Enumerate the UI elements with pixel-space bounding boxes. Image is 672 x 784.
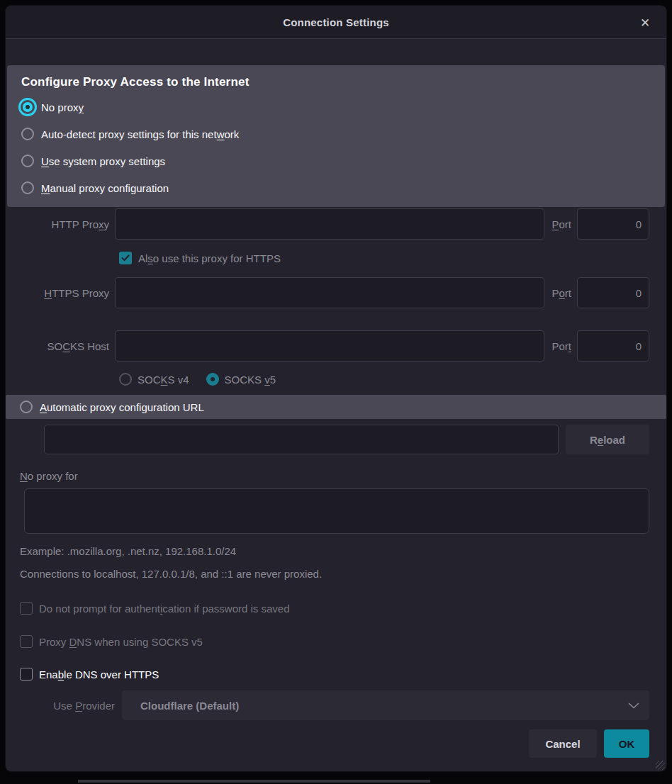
http-proxy-label: HTTP Proxy xyxy=(6,218,109,230)
radio-label-system-proxy: Use system proxy settings xyxy=(41,155,165,167)
radio-row-auto-detect[interactable]: Auto-detect proxy settings for this netw… xyxy=(7,121,665,147)
radio-row-no-proxy[interactable]: No proxy xyxy=(7,94,665,121)
provider-row: Use Provider Cloudflare (Default) xyxy=(11,690,649,720)
https-proxy-row: HTTPS Proxy Port xyxy=(6,277,649,308)
localhost-note-text: Connections to localhost, 127.0.0.1/8, a… xyxy=(20,568,666,580)
provider-dropdown[interactable]: Cloudflare (Default) xyxy=(122,690,649,720)
auto-url-label: Automatic proxy configuration URL xyxy=(40,401,204,413)
enable-doh-checkbox[interactable] xyxy=(20,668,33,681)
https-port-input[interactable] xyxy=(577,277,649,308)
enable-doh-label: Enable DNS over HTTPS xyxy=(39,668,159,681)
radio-system-proxy[interactable] xyxy=(21,155,34,167)
no-prompt-auth-row[interactable]: Do not prompt for authentication if pass… xyxy=(20,601,666,615)
https-proxy-input[interactable] xyxy=(115,277,544,308)
also-https-label: Also use this proxy for HTTPS xyxy=(138,252,281,264)
proxy-dns-label: Proxy DNS when using SOCKS v5 xyxy=(39,636,203,648)
radio-auto-url[interactable] xyxy=(20,401,33,413)
no-proxy-for-textarea[interactable] xyxy=(24,488,649,534)
dialog-title: Connection Settings xyxy=(283,16,389,28)
socks-host-label: SOCKS Host xyxy=(6,340,109,352)
radio-row-system-proxy[interactable]: Use system proxy settings xyxy=(7,147,665,174)
checkmark-icon xyxy=(121,254,130,262)
no-proxy-for-label: No proxy for xyxy=(20,470,666,482)
also-https-row[interactable]: Also use this proxy for HTTPS xyxy=(119,251,666,265)
also-https-checkbox[interactable] xyxy=(119,252,132,264)
socks-v4-label: SOCKS v4 xyxy=(138,374,189,386)
auto-url-row[interactable]: Automatic proxy configuration URL xyxy=(6,395,666,419)
ok-button[interactable]: OK xyxy=(604,729,649,758)
proxy-mode-panel: Configure Proxy Access to the Internet N… xyxy=(7,65,665,207)
http-port-label: Port xyxy=(551,218,571,230)
radio-auto-detect[interactable] xyxy=(21,128,34,140)
socks-v5-label: SOCKS v5 xyxy=(225,374,276,386)
radio-no-proxy[interactable] xyxy=(18,98,37,116)
socks-version-row: SOCKS v4 SOCKS v5 xyxy=(119,372,666,386)
radio-manual-proxy[interactable] xyxy=(21,181,34,194)
no-proxy-example-text: Example: .mozilla.org, .net.nz, 192.168.… xyxy=(20,545,666,557)
no-prompt-auth-label: Do not prompt for authentication if pass… xyxy=(39,603,290,615)
http-proxy-row: HTTP Proxy Port xyxy=(6,208,649,240)
dialog-footer: Cancel OK xyxy=(6,729,649,758)
socks-host-input[interactable] xyxy=(115,330,544,362)
http-port-input[interactable] xyxy=(577,208,649,240)
proxy-dns-row[interactable]: Proxy DNS when using SOCKS v5 xyxy=(20,634,666,649)
proxy-dns-checkbox[interactable] xyxy=(20,635,33,648)
radio-label-auto-detect: Auto-detect proxy settings for this netw… xyxy=(41,128,239,140)
enable-doh-row[interactable]: Enable DNS over HTTPS xyxy=(20,667,666,681)
section-heading: Configure Proxy Access to the Internet xyxy=(21,75,665,89)
resize-handle[interactable] xyxy=(656,761,665,770)
cancel-button[interactable]: Cancel xyxy=(529,729,597,758)
provider-label: Use Provider xyxy=(11,700,115,712)
https-port-label: Port xyxy=(551,287,571,299)
background-page-strip xyxy=(78,780,430,783)
provider-selected-value: Cloudflare (Default) xyxy=(132,700,628,712)
close-icon[interactable]: ✕ xyxy=(635,13,655,33)
no-prompt-auth-checkbox[interactable] xyxy=(20,602,33,615)
radio-label-manual-proxy: Manual proxy configuration xyxy=(41,182,169,194)
dialog-titlebar: Connection Settings ✕ xyxy=(6,6,666,39)
auto-url-input[interactable] xyxy=(44,425,559,454)
connection-settings-dialog: Connection Settings ✕ Configure Proxy Ac… xyxy=(6,6,666,771)
chevron-down-icon xyxy=(628,702,639,709)
auto-url-input-row: Reload xyxy=(44,425,649,454)
reload-button[interactable]: Reload xyxy=(566,425,649,454)
radio-socks-v5[interactable] xyxy=(206,373,219,386)
socks-port-label: Port xyxy=(551,340,571,352)
http-proxy-input[interactable] xyxy=(115,208,544,240)
radio-socks-v4[interactable] xyxy=(119,373,132,386)
radio-row-manual-proxy[interactable]: Manual proxy configuration xyxy=(7,174,665,201)
socks-host-row: SOCKS Host Port xyxy=(6,330,649,362)
https-proxy-label: HTTPS Proxy xyxy=(6,287,109,299)
radio-label-no-proxy: No proxy xyxy=(41,101,84,113)
socks-port-input[interactable] xyxy=(577,330,649,362)
